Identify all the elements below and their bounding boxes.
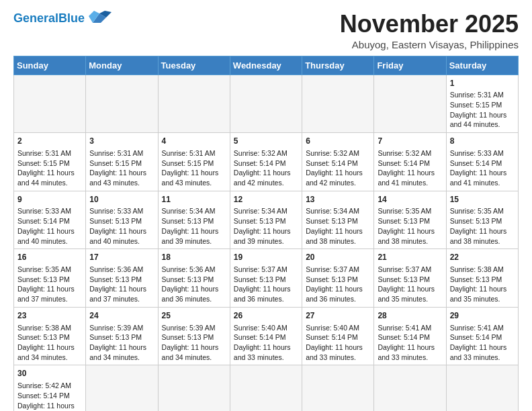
calendar-cell [14, 75, 86, 133]
calendar-cell [446, 365, 518, 411]
day-info: Sunrise: 5:41 AM Sunset: 5:14 PM Dayligh… [450, 323, 515, 363]
calendar-cell: 8Sunrise: 5:33 AM Sunset: 5:14 PM Daylig… [446, 133, 518, 191]
day-number: 8 [450, 136, 515, 147]
day-number: 30 [17, 368, 82, 379]
day-info: Sunrise: 5:31 AM Sunset: 5:15 PM Dayligh… [17, 148, 82, 188]
calendar-cell [374, 75, 446, 133]
day-info: Sunrise: 5:37 AM Sunset: 5:13 PM Dayligh… [234, 265, 298, 304]
day-info: Sunrise: 5:40 AM Sunset: 5:14 PM Dayligh… [306, 323, 370, 363]
calendar-cell: 21Sunrise: 5:37 AM Sunset: 5:13 PM Dayli… [374, 249, 446, 308]
calendar-cell: 26Sunrise: 5:40 AM Sunset: 5:14 PM Dayli… [230, 307, 302, 365]
day-number: 29 [450, 310, 515, 322]
day-info: Sunrise: 5:39 AM Sunset: 5:13 PM Dayligh… [162, 323, 226, 363]
calendar-cell: 25Sunrise: 5:39 AM Sunset: 5:13 PM Dayli… [158, 307, 230, 365]
calendar-cell [86, 365, 158, 411]
calendar-cell: 10Sunrise: 5:33 AM Sunset: 5:13 PM Dayli… [86, 191, 158, 249]
day-info: Sunrise: 5:35 AM Sunset: 5:13 PM Dayligh… [17, 265, 82, 304]
weekday-header: Friday [374, 56, 446, 75]
day-number: 25 [162, 310, 226, 322]
calendar-cell: 6Sunrise: 5:32 AM Sunset: 5:14 PM Daylig… [302, 133, 374, 191]
calendar-week-row: 1Sunrise: 5:31 AM Sunset: 5:15 PM Daylig… [14, 75, 519, 133]
day-info: Sunrise: 5:33 AM Sunset: 5:14 PM Dayligh… [17, 206, 82, 246]
day-info: Sunrise: 5:31 AM Sunset: 5:15 PM Dayligh… [89, 148, 154, 188]
day-info: Sunrise: 5:36 AM Sunset: 5:13 PM Dayligh… [162, 265, 226, 304]
calendar-cell: 3Sunrise: 5:31 AM Sunset: 5:15 PM Daylig… [86, 133, 158, 191]
calendar-header: SundayMondayTuesdayWednesdayThursdayFrid… [14, 56, 519, 75]
calendar-cell: 15Sunrise: 5:35 AM Sunset: 5:13 PM Dayli… [446, 191, 518, 249]
day-number: 21 [378, 252, 442, 263]
day-info: Sunrise: 5:36 AM Sunset: 5:13 PM Dayligh… [89, 265, 154, 304]
day-number: 12 [234, 194, 298, 205]
day-info: Sunrise: 5:38 AM Sunset: 5:13 PM Dayligh… [450, 265, 515, 304]
day-number: 6 [306, 136, 370, 147]
day-number: 9 [17, 194, 82, 205]
day-number: 5 [234, 136, 298, 147]
calendar-cell: 11Sunrise: 5:34 AM Sunset: 5:13 PM Dayli… [158, 191, 230, 249]
calendar-cell: 1Sunrise: 5:31 AM Sunset: 5:15 PM Daylig… [446, 75, 518, 133]
day-info: Sunrise: 5:31 AM Sunset: 5:15 PM Dayligh… [450, 90, 515, 130]
day-info: Sunrise: 5:38 AM Sunset: 5:13 PM Dayligh… [17, 323, 82, 363]
day-info: Sunrise: 5:35 AM Sunset: 5:13 PM Dayligh… [378, 206, 442, 246]
calendar-cell: 12Sunrise: 5:34 AM Sunset: 5:13 PM Dayli… [230, 191, 302, 249]
calendar-cell: 24Sunrise: 5:39 AM Sunset: 5:13 PM Dayli… [86, 307, 158, 365]
calendar-cell: 28Sunrise: 5:41 AM Sunset: 5:14 PM Dayli… [374, 307, 446, 365]
day-info: Sunrise: 5:35 AM Sunset: 5:13 PM Dayligh… [450, 206, 515, 246]
day-info: Sunrise: 5:37 AM Sunset: 5:13 PM Dayligh… [378, 265, 442, 304]
location-subtitle: Abuyog, Eastern Visayas, Philippines [340, 39, 519, 50]
calendar-cell: 4Sunrise: 5:31 AM Sunset: 5:15 PM Daylig… [158, 133, 230, 191]
calendar-cell: 29Sunrise: 5:41 AM Sunset: 5:14 PM Dayli… [446, 307, 518, 365]
day-number: 27 [306, 310, 370, 322]
day-number: 11 [162, 194, 226, 205]
calendar-cell: 30Sunrise: 5:42 AM Sunset: 5:14 PM Dayli… [14, 365, 86, 411]
calendar-week-row: 16Sunrise: 5:35 AM Sunset: 5:13 PM Dayli… [14, 249, 519, 308]
calendar-cell [158, 75, 230, 133]
calendar-cell: 2Sunrise: 5:31 AM Sunset: 5:15 PM Daylig… [14, 133, 86, 191]
calendar-cell [158, 365, 230, 411]
day-number: 2 [17, 136, 82, 147]
day-number: 28 [378, 310, 442, 322]
day-number: 23 [17, 310, 82, 322]
weekday-header: Saturday [446, 56, 518, 75]
calendar-week-row: 2Sunrise: 5:31 AM Sunset: 5:15 PM Daylig… [14, 133, 519, 191]
calendar-cell [86, 75, 158, 133]
calendar-cell: 16Sunrise: 5:35 AM Sunset: 5:13 PM Dayli… [14, 249, 86, 308]
day-info: Sunrise: 5:40 AM Sunset: 5:14 PM Dayligh… [234, 323, 298, 363]
day-number: 7 [378, 136, 442, 147]
weekday-header: Thursday [302, 56, 374, 75]
calendar-cell [302, 365, 374, 411]
day-info: Sunrise: 5:31 AM Sunset: 5:15 PM Dayligh… [162, 148, 226, 188]
day-number: 16 [17, 252, 82, 263]
day-info: Sunrise: 5:42 AM Sunset: 5:14 PM Dayligh… [17, 381, 82, 411]
logo: GeneralBlue [13, 11, 112, 26]
day-info: Sunrise: 5:34 AM Sunset: 5:13 PM Dayligh… [306, 206, 370, 246]
calendar-table: SundayMondayTuesdayWednesdayThursdayFrid… [13, 56, 519, 411]
day-info: Sunrise: 5:34 AM Sunset: 5:13 PM Dayligh… [234, 206, 298, 246]
calendar-week-row: 30Sunrise: 5:42 AM Sunset: 5:14 PM Dayli… [14, 365, 519, 411]
calendar-body: 1Sunrise: 5:31 AM Sunset: 5:15 PM Daylig… [14, 75, 519, 411]
calendar-cell [230, 75, 302, 133]
day-number: 20 [306, 252, 370, 263]
weekday-header: Wednesday [230, 56, 302, 75]
calendar-cell: 5Sunrise: 5:32 AM Sunset: 5:14 PM Daylig… [230, 133, 302, 191]
weekday-header: Monday [86, 56, 158, 75]
day-info: Sunrise: 5:33 AM Sunset: 5:14 PM Dayligh… [450, 148, 515, 188]
logo-blue: Blue [58, 11, 85, 25]
title-block: November 2025 Abuyog, Eastern Visayas, P… [340, 11, 519, 50]
calendar-week-row: 9Sunrise: 5:33 AM Sunset: 5:14 PM Daylig… [14, 191, 519, 249]
day-number: 3 [89, 136, 154, 147]
day-info: Sunrise: 5:32 AM Sunset: 5:14 PM Dayligh… [306, 148, 370, 188]
logo-icon [87, 11, 112, 26]
calendar-cell [302, 75, 374, 133]
calendar-week-row: 23Sunrise: 5:38 AM Sunset: 5:13 PM Dayli… [14, 307, 519, 365]
weekday-header: Sunday [14, 56, 86, 75]
day-number: 4 [162, 136, 226, 147]
weekday-row: SundayMondayTuesdayWednesdayThursdayFrid… [14, 56, 519, 75]
calendar-cell: 7Sunrise: 5:32 AM Sunset: 5:14 PM Daylig… [374, 133, 446, 191]
calendar-cell: 18Sunrise: 5:36 AM Sunset: 5:13 PM Dayli… [158, 249, 230, 308]
day-number: 22 [450, 252, 515, 263]
day-number: 17 [89, 252, 154, 263]
day-info: Sunrise: 5:39 AM Sunset: 5:13 PM Dayligh… [89, 323, 154, 363]
calendar-cell [230, 365, 302, 411]
day-number: 24 [89, 310, 154, 322]
calendar-cell: 14Sunrise: 5:35 AM Sunset: 5:13 PM Dayli… [374, 191, 446, 249]
